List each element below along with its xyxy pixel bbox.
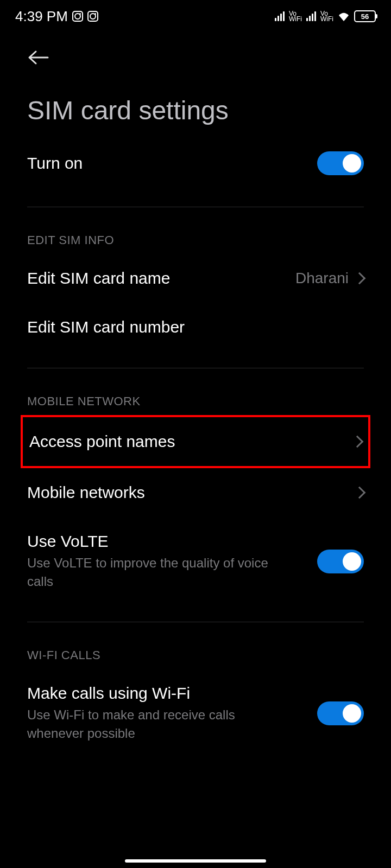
volte-label-group: Use VoLTE Use VoLTE to improve the quali… [27, 532, 317, 590]
vowifi-icon: VoWiFi [289, 11, 302, 22]
back-arrow-icon [27, 49, 49, 66]
signal-icon [306, 11, 316, 21]
wifi-calls-sublabel: Use Wi-Fi to make and receive calls when… [27, 706, 293, 742]
turn-on-label: Turn on [27, 154, 83, 173]
instagram-icon [72, 11, 83, 22]
chevron-right-icon [354, 272, 366, 285]
wifi-icon [338, 11, 350, 21]
home-indicator[interactable] [125, 859, 266, 863]
volte-row[interactable]: Use VoLTE Use VoLTE to improve the quali… [27, 517, 364, 605]
scrollbar[interactable] [382, 30, 391, 868]
volte-toggle[interactable] [317, 550, 364, 573]
back-button[interactable] [27, 47, 49, 68]
sim-name-value: Dharani [295, 270, 349, 287]
turn-on-row[interactable]: Turn on [27, 136, 364, 190]
edit-sim-name-value-group: Dharani [295, 270, 364, 287]
wifi-calls-toggle[interactable] [317, 701, 364, 725]
section-header-mobile-network: MOBILE NETWORK [27, 385, 364, 415]
divider [27, 368, 364, 368]
header: SIM card settings [0, 30, 391, 136]
signal-icon [275, 11, 285, 21]
wifi-calls-row[interactable]: Make calls using Wi-Fi Use Wi-Fi to make… [27, 669, 364, 757]
edit-sim-number-row[interactable]: Edit SIM card number [27, 303, 364, 352]
edit-sim-number-label: Edit SIM card number [27, 318, 185, 336]
wifi-calls-label: Make calls using Wi-Fi [27, 684, 317, 703]
section-header-wifi-calls: WI-FI CALLS [27, 639, 364, 669]
volte-label: Use VoLTE [27, 532, 317, 551]
turn-on-toggle[interactable] [317, 151, 364, 175]
status-bar: 4:39 PM VoWiFi VoWiFi 56 [0, 0, 391, 30]
apn-row[interactable]: Access point names [21, 415, 370, 468]
status-left: 4:39 PM [15, 8, 98, 25]
volte-sublabel: Use VoLTE to improve the quality of voic… [27, 554, 293, 590]
battery-level: 56 [361, 12, 369, 21]
mobile-networks-label: Mobile networks [27, 483, 145, 502]
chevron-right-icon [354, 487, 366, 499]
divider [27, 622, 364, 622]
status-time: 4:39 PM [15, 8, 68, 25]
vowifi-icon: VoWiFi [320, 11, 333, 22]
edit-sim-name-row[interactable]: Edit SIM card name Dharani [27, 254, 364, 303]
instagram-icon [87, 11, 98, 22]
status-right: VoWiFi VoWiFi 56 [275, 10, 376, 22]
page-title: SIM card settings [27, 95, 364, 125]
wifi-calls-label-group: Make calls using Wi-Fi Use Wi-Fi to make… [27, 684, 317, 742]
apn-label: Access point names [29, 432, 175, 451]
mobile-networks-row[interactable]: Mobile networks [27, 468, 364, 517]
chevron-right-icon [351, 436, 364, 448]
edit-sim-name-label: Edit SIM card name [27, 269, 170, 288]
content: Turn on EDIT SIM INFO Edit SIM card name… [0, 136, 391, 757]
battery-icon: 56 [354, 10, 376, 22]
section-header-edit-sim: EDIT SIM INFO [27, 224, 364, 254]
divider [27, 207, 364, 207]
